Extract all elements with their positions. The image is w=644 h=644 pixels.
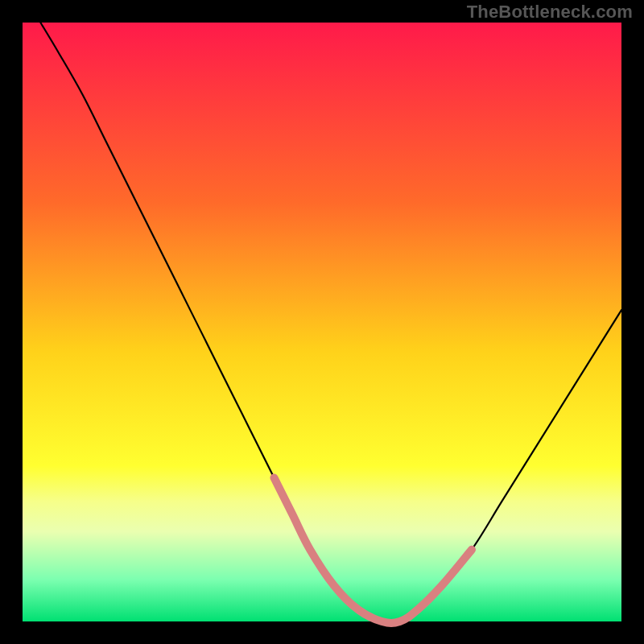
chart-frame: TheBottleneck.com xyxy=(0,0,644,644)
plot-background xyxy=(23,23,621,621)
bottleneck-chart xyxy=(0,0,644,644)
watermark-text: TheBottleneck.com xyxy=(467,2,633,23)
